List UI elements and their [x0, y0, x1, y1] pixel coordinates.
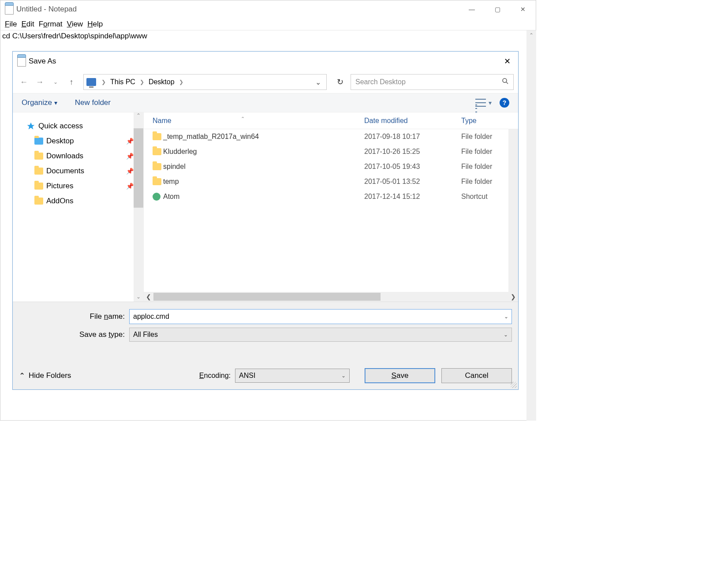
- tree-documents[interactable]: Documents 📌: [26, 164, 142, 179]
- tree-scrollbar[interactable]: ⌃⌄: [134, 112, 143, 302]
- saveastype-select[interactable]: All Files ⌄: [129, 328, 512, 342]
- folder-icon: [34, 197, 44, 205]
- file-name: _temp_matlab_R2017a_win64: [163, 133, 364, 141]
- search-box[interactable]: [351, 74, 514, 90]
- folder-icon: [153, 163, 161, 170]
- column-name[interactable]: Name ⌃: [153, 117, 364, 125]
- nav-up-button[interactable]: ↑: [65, 75, 78, 89]
- file-date: 2017-10-26 15:25: [364, 148, 461, 156]
- encoding-select[interactable]: ANSI ⌄: [235, 369, 350, 383]
- view-options-button[interactable]: ▾: [475, 99, 492, 107]
- file-row[interactable]: _temp_matlab_R2017a_win642017-09-18 10:1…: [144, 129, 518, 144]
- maximize-button[interactable]: ▢: [485, 1, 510, 18]
- tree-label: Pictures: [46, 182, 73, 190]
- chevron-right-icon[interactable]: ❯: [138, 79, 146, 85]
- tree-quick-access[interactable]: Quick access: [26, 119, 142, 134]
- nav-recent-button[interactable]: ⌄: [49, 75, 62, 89]
- menu-format[interactable]: Format: [37, 19, 64, 30]
- address-bar[interactable]: ❯ This PC ❯ Desktop ❯ ⌄: [83, 74, 327, 90]
- svg-marker-2: [27, 123, 35, 130]
- tree-label: Downloads: [46, 152, 83, 160]
- nav-forward-button[interactable]: →: [33, 75, 46, 89]
- star-icon: [26, 122, 36, 131]
- search-icon[interactable]: [502, 78, 509, 86]
- menu-view[interactable]: View: [65, 19, 85, 30]
- chevron-right-icon[interactable]: ❯: [177, 79, 185, 85]
- dialog-close-button[interactable]: ✕: [496, 52, 518, 70]
- file-list-vscrollbar[interactable]: [508, 129, 518, 292]
- filename-input[interactable]: [129, 309, 512, 324]
- column-date[interactable]: Date modified: [364, 117, 461, 125]
- menu-edit[interactable]: Edit: [19, 19, 36, 30]
- dialog-titlebar[interactable]: Save As ✕: [13, 52, 518, 71]
- address-dropdown[interactable]: ⌄: [313, 78, 324, 86]
- tree-desktop[interactable]: Desktop 📌: [26, 134, 142, 149]
- pin-icon[interactable]: 📌: [126, 168, 134, 175]
- save-button[interactable]: Save: [365, 368, 435, 383]
- search-input[interactable]: [355, 78, 502, 86]
- nav-tree: Quick access Desktop 📌 Downloads 📌 Docum…: [13, 112, 143, 302]
- folder-icon: [34, 152, 44, 160]
- dialog-toolbar: Organize ▾ New folder ▾ ?: [13, 93, 518, 112]
- chevron-down-icon[interactable]: ⌄: [504, 313, 508, 320]
- notepad-titlebar[interactable]: Untitled - Notepad — ▢ ✕: [0, 0, 536, 18]
- help-button[interactable]: ?: [500, 98, 509, 108]
- hide-folders-button[interactable]: ⌃ Hide Folders: [19, 371, 71, 381]
- folder-icon: [153, 133, 161, 140]
- svg-point-0: [503, 78, 507, 82]
- encoding-label: Encoding:: [199, 372, 231, 380]
- folder-icon: [153, 178, 161, 185]
- file-row[interactable]: Kludderleg2017-10-26 15:25File folder: [144, 144, 518, 159]
- tree-pictures[interactable]: Pictures 📌: [26, 179, 142, 194]
- pin-icon[interactable]: 📌: [126, 138, 134, 145]
- folder-icon: [153, 148, 161, 155]
- tree-label: AddOns: [46, 197, 73, 205]
- resize-grip[interactable]: [511, 382, 517, 388]
- minimize-button[interactable]: —: [459, 1, 485, 18]
- cancel-button[interactable]: Cancel: [441, 368, 512, 383]
- pin-icon[interactable]: 📌: [126, 183, 134, 190]
- save-as-dialog: Save As ✕ ← → ⌄ ↑ ❯ This PC ❯ Desktop ❯ …: [12, 51, 519, 390]
- file-name: Kludderleg: [163, 148, 364, 156]
- dialog-title: Save As: [29, 57, 56, 66]
- file-date: 2017-09-18 10:17: [364, 133, 461, 141]
- file-name: Atom: [163, 193, 364, 201]
- menu-help[interactable]: Help: [86, 19, 105, 30]
- list-view-icon: [475, 99, 486, 107]
- dialog-nav: ← → ⌄ ↑ ❯ This PC ❯ Desktop ❯ ⌄ ↻: [13, 71, 518, 93]
- pin-icon[interactable]: 📌: [126, 153, 134, 160]
- folder-icon: [34, 137, 44, 146]
- atom-icon: [153, 193, 161, 201]
- filename-label: File name:: [19, 312, 129, 321]
- dialog-icon: [17, 56, 26, 67]
- file-date: 2017-05-01 13:52: [364, 178, 461, 186]
- folder-icon: [34, 167, 44, 175]
- file-list-header: Name ⌃ Date modified Type: [144, 112, 518, 129]
- nav-back-button[interactable]: ←: [17, 75, 30, 89]
- refresh-button[interactable]: ↻: [332, 74, 348, 90]
- file-row[interactable]: temp2017-05-01 13:52File folder: [144, 174, 518, 189]
- chevron-down-icon: ⌄: [504, 332, 508, 338]
- close-button[interactable]: ✕: [510, 1, 536, 18]
- svg-line-1: [506, 82, 508, 84]
- file-list-hscrollbar[interactable]: ❮❯: [144, 292, 518, 302]
- new-folder-button[interactable]: New folder: [75, 98, 111, 107]
- tree-addons[interactable]: AddOns: [26, 194, 142, 209]
- column-type[interactable]: Type: [461, 117, 518, 125]
- breadcrumb-root[interactable]: This PC: [109, 78, 136, 86]
- notepad-scrollbar[interactable]: [526, 30, 536, 421]
- tree-label: Desktop: [46, 137, 74, 146]
- saveastype-label: Save as type:: [19, 330, 129, 339]
- menu-file[interactable]: File: [3, 19, 19, 30]
- breadcrumb-folder[interactable]: Desktop: [148, 78, 175, 86]
- chevron-right-icon[interactable]: ❯: [100, 79, 108, 85]
- chevron-down-icon: ⌄: [341, 373, 346, 379]
- file-name: temp: [163, 178, 364, 186]
- file-row[interactable]: spindel2017-10-05 19:43File folder: [144, 159, 518, 174]
- file-date: 2017-12-14 15:12: [364, 193, 461, 201]
- dialog-form: File name: ⌄ Save as type: All Files ⌄ ⌃…: [13, 302, 518, 389]
- file-row[interactable]: Atom2017-12-14 15:12Shortcut: [144, 189, 518, 204]
- folder-icon: [34, 182, 44, 190]
- organize-button[interactable]: Organize ▾: [22, 98, 57, 107]
- tree-downloads[interactable]: Downloads 📌: [26, 149, 142, 164]
